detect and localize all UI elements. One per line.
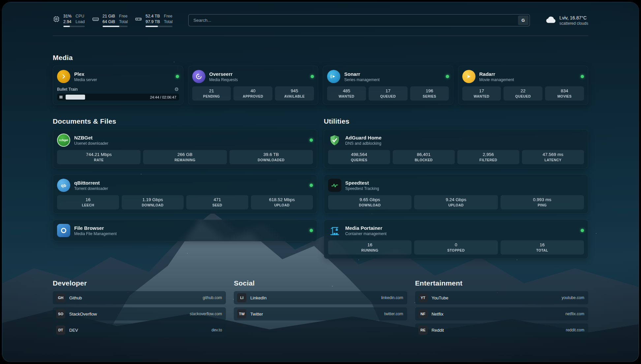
app-name: Sonarr <box>344 71 380 77</box>
app-subtitle: Movie management <box>479 77 514 82</box>
storage-widget: 52.4 TB Free 97.9 TB Total <box>135 14 172 27</box>
app-card-sonarr[interactable]: Sonarr Series management 485WANTED 17QUE… <box>323 66 453 105</box>
stat-remaining: 266 GBREMAINING <box>143 150 227 164</box>
memory-icon <box>92 15 99 23</box>
stat-queued: 22QUEUED <box>504 86 542 101</box>
bookmark-url: youtube.com <box>562 295 584 300</box>
stat-seed: 471SEED <box>186 195 248 209</box>
app-name: AdGuard Home <box>345 135 382 140</box>
cpu-icon <box>53 15 60 23</box>
bookmark-name: StackOverflow <box>69 312 97 317</box>
section-title-developer: Developer <box>53 279 226 287</box>
bookmark-url: dev.to <box>212 328 222 332</box>
app-name: qBittorrent <box>74 180 108 186</box>
bookmark-url: github.com <box>203 295 222 300</box>
storage-total-label: Total <box>164 19 172 24</box>
bookmark-youtube[interactable]: YT YouTube youtube.com <box>415 291 588 304</box>
nzbget-icon: nzbget <box>57 134 70 147</box>
app-name: Speedtest <box>345 180 379 186</box>
plex-icon <box>57 70 70 83</box>
status-dot <box>581 229 584 232</box>
app-card-qbittorrent[interactable]: qb qBittorrent Torrent downloader 16LEEC… <box>53 174 317 214</box>
app-card-radarr[interactable]: Radarr Movie management 17WANTED 22QUEUE… <box>458 66 589 105</box>
memory-widget: 21 GiB Free 64 GiB Total <box>92 14 128 27</box>
radarr-icon <box>462 70 475 83</box>
stat-approved: 40APPROVED <box>233 86 272 101</box>
status-dot <box>310 229 313 232</box>
github-icon: GH <box>56 293 65 302</box>
stat-wanted: 17WANTED <box>462 86 501 101</box>
topbar-divider <box>53 36 588 36</box>
plex-progress-bar[interactable]: 24:44 / 02:06:47 <box>57 94 179 101</box>
stat-movies: 834MOVIES <box>545 86 584 101</box>
stat-leech: 16LEECH <box>57 195 119 209</box>
netflix-icon: NF <box>418 309 428 318</box>
app-name: File Browser <box>74 225 117 231</box>
dashboard: 31% CPU 2.94 Load 21 GiB Free 64 <box>2 2 639 362</box>
search-input[interactable] <box>188 14 530 26</box>
stat-download: 9.65 GbpsDOWNLOAD <box>328 195 412 209</box>
stat-stopped: 0STOPPED <box>414 240 498 255</box>
qbittorrent-icon: qb <box>57 179 70 192</box>
bookmark-stackoverflow[interactable]: SO StackOverflow stackoverflow.com <box>53 307 226 320</box>
stackoverflow-icon: SO <box>56 309 65 318</box>
search-engine-button[interactable]: G <box>518 15 529 25</box>
storage-total: 97.9 TB <box>145 19 160 24</box>
stat-series: 196SERIES <box>410 86 449 101</box>
stat-upload: 618.52 MbpsUPLOAD <box>251 195 313 209</box>
app-subtitle: Usenet downloader <box>74 141 108 146</box>
cpu-load-label: Load <box>76 19 85 24</box>
bookmark-reddit[interactable]: RE Reddit reddit.com <box>415 323 588 337</box>
bookmark-name: Twitter <box>250 312 263 317</box>
app-name: NZBGet <box>74 135 108 140</box>
gear-icon[interactable]: ⚙ <box>174 87 179 92</box>
stat-running: 16RUNNING <box>328 240 412 255</box>
bookmark-netflix[interactable]: NF Netflix netflix.com <box>415 307 588 320</box>
overseerr-icon <box>192 70 205 83</box>
stat-wanted: 485WANTED <box>327 86 366 101</box>
portainer-icon <box>328 224 341 237</box>
status-dot <box>311 75 314 78</box>
section-title-entertainment: Entertainment <box>415 279 588 287</box>
app-subtitle: Media File Management <box>74 231 117 236</box>
pause-icon[interactable] <box>60 96 62 99</box>
bookmark-twitter[interactable]: TW Twitter twitter.com <box>234 307 407 320</box>
section-title-social: Social <box>234 279 407 287</box>
bookmark-linkedin[interactable]: LI LinkedIn linkedin.com <box>234 291 407 304</box>
weather-condition: scattered clouds <box>560 21 588 26</box>
storage-icon <box>135 15 142 23</box>
section-title-utilities: Utilities <box>324 117 588 125</box>
stat-rate: 744.21 MbpsRATE <box>57 150 140 164</box>
linkedin-icon: LI <box>237 293 246 302</box>
app-card-nzbget[interactable]: nzbget NZBGet Usenet downloader 744.21 M… <box>53 129 317 168</box>
bookmark-github[interactable]: GH Github github.com <box>53 291 226 304</box>
app-card-filebrowser[interactable]: File Browser Media File Management <box>53 220 317 241</box>
memory-total: 64 GiB <box>103 19 115 24</box>
app-card-speedtest[interactable]: Speedtest Speedtest Tracking 9.65 GbpsDO… <box>324 174 588 214</box>
storage-bar <box>145 26 172 27</box>
storage-free: 52.4 TB <box>145 14 160 19</box>
bookmark-url: reddit.com <box>566 328 584 332</box>
app-card-portainer[interactable]: Media Portainer Container management 16R… <box>324 220 588 259</box>
bookmark-dev[interactable]: DT DEV dev.to <box>53 323 226 337</box>
memory-bar <box>103 26 128 27</box>
app-card-overseerr[interactable]: Overseerr Media Requests 21PENDING 40APP… <box>188 66 319 105</box>
memory-free-label: Free <box>119 14 128 19</box>
search: G <box>188 14 530 26</box>
app-name: Media Portainer <box>345 225 386 231</box>
status-dot <box>310 138 313 142</box>
app-subtitle: DNS and adblocking <box>345 141 382 146</box>
filebrowser-icon <box>57 224 70 237</box>
social-bookmarks: Social LI LinkedIn linkedin.com TW Twitt… <box>234 279 407 337</box>
background-snow-specks <box>2 2 3 3</box>
sonarr-icon <box>327 70 340 83</box>
app-card-adguard[interactable]: AdGuard Home DNS and adblocking 498,564Q… <box>324 129 588 168</box>
section-title-media: Media <box>53 54 588 62</box>
memory-free: 21 GiB <box>103 14 115 19</box>
app-card-plex[interactable]: Plex Media server Bullet Train ⚙ 24:44 /… <box>53 66 183 105</box>
cpu-bar <box>63 26 85 27</box>
documents-column: Documents & Files nzbget NZBGet Usenet d… <box>53 117 317 259</box>
app-name: Plex <box>74 71 97 77</box>
developer-bookmarks: Developer GH Github github.com SO StackO… <box>53 279 226 337</box>
bookmark-name: Reddit <box>432 328 444 333</box>
